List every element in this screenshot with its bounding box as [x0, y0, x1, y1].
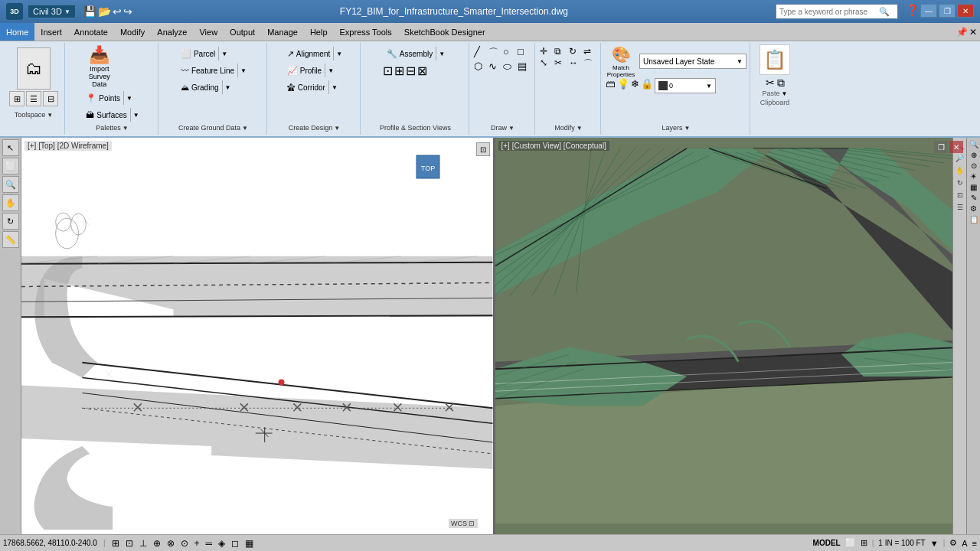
- rt-pan[interactable]: ✋: [955, 165, 965, 176]
- points-dropdown-arrow[interactable]: ▼: [123, 91, 135, 105]
- grading-dropdown-arrow[interactable]: ▼: [222, 80, 234, 94]
- create-design-label-btn[interactable]: Create Design ▼: [286, 122, 343, 133]
- extend-icon[interactable]: ↔: [569, 57, 583, 70]
- pan-tool[interactable]: ✋: [2, 194, 19, 211]
- undo-icon[interactable]: ↩: [113, 5, 122, 18]
- rect-icon[interactable]: □: [518, 46, 531, 60]
- rotate-icon[interactable]: ↻: [569, 46, 583, 57]
- spline-icon[interactable]: ∿: [488, 60, 502, 73]
- copy-clipboard-icon[interactable]: ⧉: [777, 77, 785, 90]
- menu-express-tools[interactable]: Express Tools: [334, 23, 398, 41]
- grading-dropdown-btn[interactable]: ⛰ Grading ▼: [177, 80, 250, 95]
- copy-icon[interactable]: ⧉: [554, 46, 568, 57]
- ellipse-icon[interactable]: ⬭: [503, 60, 517, 73]
- model-icon[interactable]: ⬜: [845, 538, 856, 548]
- scale-dropdown-arrow[interactable]: ▼: [930, 539, 939, 548]
- trim-icon[interactable]: ✂: [554, 57, 568, 70]
- toolspace-large-button[interactable]: 🗂: [17, 47, 51, 90]
- close-button[interactable]: ✕: [957, 4, 974, 18]
- match-properties-button[interactable]: 🎨 Match Properties: [606, 46, 636, 77]
- profile-dropdown-arrow[interactable]: ▼: [325, 64, 336, 77]
- corridor-dropdown-arrow[interactable]: ▼: [328, 80, 340, 94]
- strip-icon-2[interactable]: ⊕: [971, 151, 977, 159]
- poly-icon[interactable]: ⬡: [474, 60, 488, 73]
- surfaces-dropdown-btn[interactable]: 🏔 Surfaces ▼: [82, 107, 142, 122]
- trans-status-icon[interactable]: ◈: [218, 538, 225, 549]
- surfaces-dropdown-arrow[interactable]: ▼: [130, 108, 142, 122]
- layers-label-btn[interactable]: Layers ▼: [659, 122, 694, 133]
- viewport-3d-restore-btn[interactable]: ❐: [934, 141, 948, 153]
- rt-properties[interactable]: ☰: [955, 202, 965, 213]
- circle-icon[interactable]: ○: [503, 46, 517, 60]
- alignment-dropdown-btn[interactable]: ↗ Alignment ▼: [283, 46, 345, 61]
- toolspace-expand-btn[interactable]: ⊟: [43, 91, 58, 106]
- assembly-dropdown-btn[interactable]: 🔧 Assembly ▼: [383, 46, 448, 61]
- grid-status-icon[interactable]: ⊞: [112, 538, 119, 549]
- qs-status-icon[interactable]: ◻: [231, 538, 239, 549]
- strip-icon-3[interactable]: ⊙: [971, 161, 977, 170]
- strip-icon-6[interactable]: ✎: [971, 194, 977, 202]
- alignment-dropdown-arrow[interactable]: ▼: [333, 47, 345, 60]
- section-icon-3[interactable]: ⊟: [406, 64, 416, 78]
- ducs-status-icon[interactable]: ⊙: [181, 538, 188, 549]
- measure-tool[interactable]: 📏: [2, 231, 19, 248]
- layout-icon[interactable]: ⊞: [861, 538, 867, 548]
- open-icon[interactable]: 📂: [98, 5, 111, 18]
- section-icon-2[interactable]: ⊞: [394, 64, 404, 78]
- layer-all-icon[interactable]: 🗃: [606, 78, 616, 93]
- menu-modify[interactable]: Modify: [114, 23, 151, 41]
- feature-line-dropdown-btn[interactable]: 〰 Feature Line ▼: [177, 63, 250, 78]
- select-tool[interactable]: ⬜: [2, 158, 19, 174]
- corridor-dropdown-btn[interactable]: 🛣 Corridor ▼: [283, 80, 345, 95]
- layer-freeze-icon[interactable]: ❄: [631, 78, 639, 93]
- rt-zoom-out[interactable]: 🔎: [955, 153, 965, 164]
- menu-help[interactable]: Help: [304, 23, 334, 41]
- minimize-button[interactable]: —: [920, 4, 937, 18]
- settings-icon[interactable]: ⚙: [949, 538, 957, 548]
- strip-icon-1[interactable]: 🔍: [969, 140, 978, 148]
- strip-icon-4[interactable]: ☀: [970, 172, 977, 181]
- points-dropdown-btn[interactable]: 📍 Points ▼: [82, 90, 142, 106]
- assembly-dropdown-arrow[interactable]: ▼: [436, 47, 447, 60]
- search-box[interactable]: 🔍: [776, 4, 898, 19]
- cut-icon[interactable]: ✂: [766, 77, 775, 90]
- fillet-icon[interactable]: ⌒: [583, 57, 597, 70]
- restore-button[interactable]: ❐: [939, 4, 956, 18]
- nav-cube[interactable]: TOP: [405, 144, 447, 186]
- line-icon[interactable]: ╱: [474, 46, 488, 60]
- draw-label-btn[interactable]: Draw ▼: [488, 122, 518, 133]
- layer-state-dropdown[interactable]: Unsaved Layer State ▼: [639, 54, 746, 69]
- menu-pin-icon[interactable]: 📌: [956, 27, 968, 37]
- menu-output[interactable]: Output: [224, 23, 261, 41]
- paste-button[interactable]: 📋: [760, 44, 790, 75]
- palettes-label-btn[interactable]: Palettes ▼: [93, 122, 131, 133]
- cursor-tool[interactable]: ↖: [2, 139, 19, 156]
- feature-line-dropdown-arrow[interactable]: ▼: [237, 64, 249, 77]
- menu-insert[interactable]: Insert: [34, 23, 68, 41]
- polar-status-icon[interactable]: ⊕: [153, 538, 161, 549]
- search-input[interactable]: [779, 8, 879, 16]
- zoom-tool[interactable]: 🔍: [2, 176, 19, 193]
- toolspace-label-btn[interactable]: Toolspace ▼: [11, 109, 56, 120]
- menu-close-icon[interactable]: ✕: [969, 27, 977, 37]
- ortho-status-icon[interactable]: ⊥: [139, 538, 147, 549]
- section-icon-4[interactable]: ⊠: [417, 64, 427, 78]
- menu-manage[interactable]: Manage: [261, 23, 304, 41]
- menu-analyze[interactable]: Analyze: [151, 23, 193, 41]
- move-icon[interactable]: ✛: [540, 46, 554, 57]
- strip-icon-7[interactable]: ⚙: [970, 204, 977, 213]
- parcel-dropdown-btn[interactable]: ⬜ Parcel ▼: [177, 46, 250, 61]
- viewport-2d[interactable]: [+] [Top] [2D Wireframe] TOP WCS ⊡ ⊡: [21, 138, 495, 534]
- scale-icon[interactable]: ⤡: [540, 57, 554, 70]
- status-more-icon[interactable]: ≡: [972, 539, 977, 548]
- otrack-status-icon[interactable]: ⊗: [167, 538, 175, 549]
- lw-status-icon[interactable]: ═: [206, 538, 213, 549]
- import-survey-button[interactable]: 📥 Import Survey Data: [82, 46, 116, 88]
- menu-sketchbook[interactable]: SketchBook Designer: [398, 23, 492, 41]
- menu-annotate[interactable]: Annotate: [68, 23, 114, 41]
- modify-label-btn[interactable]: Modify ▼: [551, 122, 585, 133]
- profile-dropdown-btn[interactable]: 📈 Profile ▼: [283, 63, 345, 78]
- rt-orbit[interactable]: ↻: [955, 178, 965, 188]
- menu-view[interactable]: View: [193, 23, 224, 41]
- orbit-tool[interactable]: ↻: [2, 213, 19, 230]
